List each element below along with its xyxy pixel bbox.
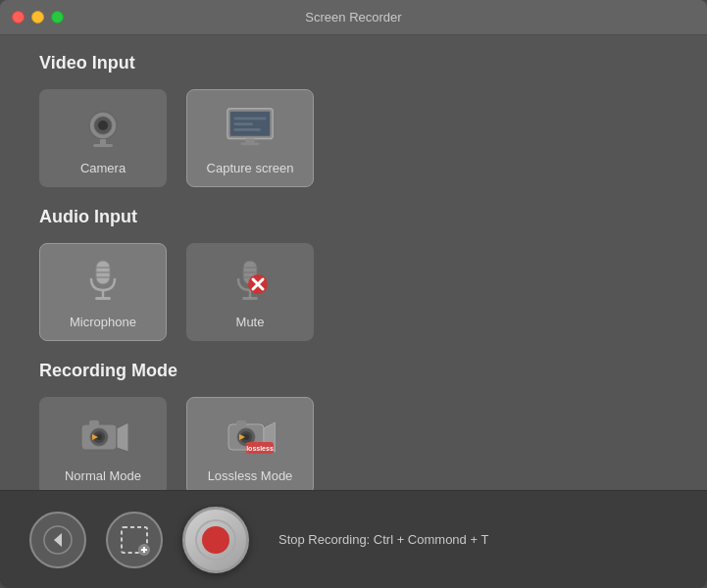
lossless-mode-label: Lossless Mode [208,468,293,483]
record-button[interactable] [182,507,249,573]
traffic-lights [12,11,64,24]
svg-rect-38 [236,420,246,426]
lossless-mode-button[interactable]: lossless Lossless Mode [186,397,314,490]
lossless-mode-icon: lossless [225,410,276,461]
svg-rect-17 [95,297,111,300]
recording-mode-options: Normal Mode [39,397,668,490]
microphone-icon [77,256,128,307]
svg-rect-9 [234,117,267,120]
window-title: Screen Recorder [305,10,401,24]
camera-label: Camera [80,161,126,175]
normal-mode-label: Normal Mode [65,468,141,483]
video-input-section: Video Input Camera [39,53,668,187]
audio-input-options: Microphone [39,243,668,341]
title-bar: Screen Recorder [0,0,707,35]
stop-recording-text: Stop Recording: Ctrl + Commond + T [278,532,488,547]
mute-button[interactable]: Mute [186,243,314,341]
bottom-bar: Stop Recording: Ctrl + Commond + T [0,490,707,588]
recording-mode-title: Recording Mode [39,361,668,381]
main-content: Video Input Camera [0,35,707,490]
record-icon [194,518,237,562]
monitor-icon [225,102,276,153]
svg-marker-32 [117,422,128,452]
video-input-title: Video Input [39,53,668,74]
svg-rect-11 [234,127,261,130]
minimize-button[interactable] [31,11,44,24]
camera-button[interactable]: Camera [39,89,167,187]
normal-mode-icon [77,410,128,461]
capture-area-icon [117,522,152,558]
capture-screen-label: Capture screen [207,161,294,175]
close-button[interactable] [12,11,25,24]
svg-rect-31 [89,420,99,426]
camera-icon [77,102,128,153]
svg-point-50 [202,526,229,554]
svg-rect-8 [240,142,259,145]
audio-input-section: Audio Input [39,207,668,341]
video-input-options: Camera [39,89,668,187]
main-window: Screen Recorder Video Input [0,0,707,588]
mute-label: Mute [236,315,265,329]
recording-mode-section: Recording Mode [39,361,668,490]
svg-point-2 [98,121,108,130]
svg-rect-10 [234,122,253,125]
svg-rect-4 [93,144,113,147]
svg-text:lossless: lossless [246,445,274,452]
capture-area-button[interactable] [106,512,163,568]
back-icon [42,524,74,556]
back-button[interactable] [29,512,86,568]
microphone-label: Microphone [70,315,136,329]
mute-icon [225,256,276,307]
maximize-button[interactable] [51,11,64,24]
audio-input-title: Audio Input [39,207,668,227]
normal-mode-button[interactable]: Normal Mode [39,397,167,490]
svg-rect-23 [242,297,258,300]
capture-screen-button[interactable]: Capture screen [186,89,314,187]
microphone-button[interactable]: Microphone [39,243,167,341]
